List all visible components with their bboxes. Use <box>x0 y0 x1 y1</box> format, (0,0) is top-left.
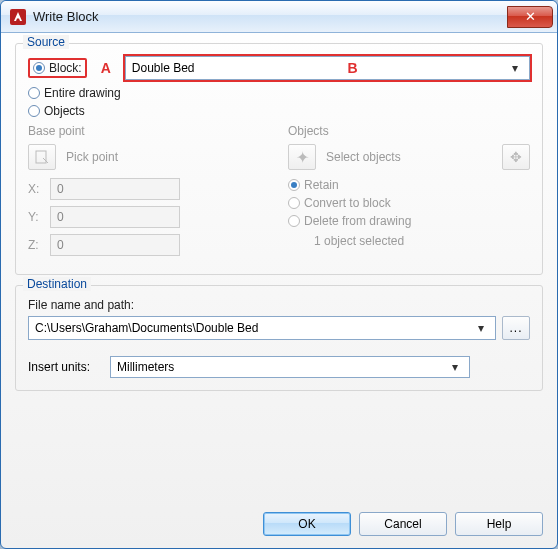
radio-icon <box>288 215 300 227</box>
base-point-section: Base point Pick point X: <box>28 124 270 262</box>
convert-label: Convert to block <box>304 196 391 210</box>
radio-entire-drawing-label: Entire drawing <box>44 86 121 100</box>
filter-icon: ✥ <box>510 149 522 165</box>
delete-label: Delete from drawing <box>304 214 411 228</box>
annotation-a: A <box>101 60 111 76</box>
source-group-label: Source <box>23 35 69 49</box>
block-combo-value: Double Bed <box>132 61 507 75</box>
write-block-dialog: Write Block ✕ Source Block: A Double B <box>0 0 558 549</box>
browse-label: ... <box>509 321 522 335</box>
close-button[interactable]: ✕ <box>507 6 553 28</box>
destination-group: Destination File name and path: C:\Users… <box>15 285 543 391</box>
radio-icon <box>28 87 40 99</box>
app-icon <box>9 8 27 26</box>
units-value: Millimeters <box>117 360 447 374</box>
plus-icon: ✦ <box>296 148 309 167</box>
radio-icon <box>288 197 300 209</box>
radio-block[interactable]: Block: <box>33 61 82 75</box>
svg-rect-1 <box>36 151 46 163</box>
dialog-content: Source Block: A Double Bed B ▾ <box>1 33 557 502</box>
x-input <box>50 178 180 200</box>
radio-convert: Convert to block <box>288 196 530 210</box>
radio-icon <box>33 62 45 74</box>
cancel-button[interactable]: Cancel <box>359 512 447 536</box>
radio-retain: Retain <box>288 178 530 192</box>
ok-label: OK <box>298 517 315 531</box>
x-label: X: <box>28 182 42 196</box>
radio-block-label: Block: <box>49 61 82 75</box>
chevron-down-icon: ▾ <box>473 321 489 335</box>
radio-delete: Delete from drawing <box>288 214 530 228</box>
objects-section: Objects ✦ Select objects ✥ <box>288 124 530 262</box>
radio-icon <box>288 179 300 191</box>
radio-icon <box>28 105 40 117</box>
ok-button[interactable]: OK <box>263 512 351 536</box>
radio-objects-label: Objects <box>44 104 85 118</box>
z-input <box>50 234 180 256</box>
help-label: Help <box>487 517 512 531</box>
radio-objects[interactable]: Objects <box>28 104 530 118</box>
path-value: C:\Users\Graham\Documents\Double Bed <box>35 321 473 335</box>
radio-entire-drawing[interactable]: Entire drawing <box>28 86 530 100</box>
objects-sub-label: Objects <box>288 124 530 138</box>
y-label: Y: <box>28 210 42 224</box>
z-label: Z: <box>28 238 42 252</box>
button-row: OK Cancel Help <box>1 502 557 548</box>
base-point-label: Base point <box>28 124 270 138</box>
source-group: Source Block: A Double Bed B ▾ <box>15 43 543 275</box>
browse-button[interactable]: ... <box>502 316 530 340</box>
pick-point-button <box>28 144 56 170</box>
units-combo[interactable]: Millimeters ▾ <box>110 356 470 378</box>
chevron-down-icon: ▾ <box>507 61 523 75</box>
cancel-label: Cancel <box>384 517 421 531</box>
select-objects-label: Select objects <box>326 150 492 164</box>
titlebar: Write Block ✕ <box>1 1 557 33</box>
help-button[interactable]: Help <box>455 512 543 536</box>
y-input <box>50 206 180 228</box>
pick-point-icon <box>34 149 50 165</box>
units-label: Insert units: <box>28 360 90 374</box>
retain-label: Retain <box>304 178 339 192</box>
block-combo[interactable]: Double Bed B ▾ <box>125 56 530 80</box>
path-combo[interactable]: C:\Users\Graham\Documents\Double Bed ▾ <box>28 316 496 340</box>
quick-select-button: ✥ <box>502 144 530 170</box>
annotation-b: B <box>348 60 358 76</box>
block-radio-highlight: Block: <box>28 58 87 78</box>
objects-status: 1 object selected <box>314 234 530 248</box>
window-title: Write Block <box>33 9 507 24</box>
pick-point-label: Pick point <box>66 150 118 164</box>
close-icon: ✕ <box>525 9 536 24</box>
path-label: File name and path: <box>28 298 530 312</box>
select-objects-button: ✦ <box>288 144 316 170</box>
chevron-down-icon: ▾ <box>447 360 463 374</box>
destination-group-label: Destination <box>23 277 91 291</box>
